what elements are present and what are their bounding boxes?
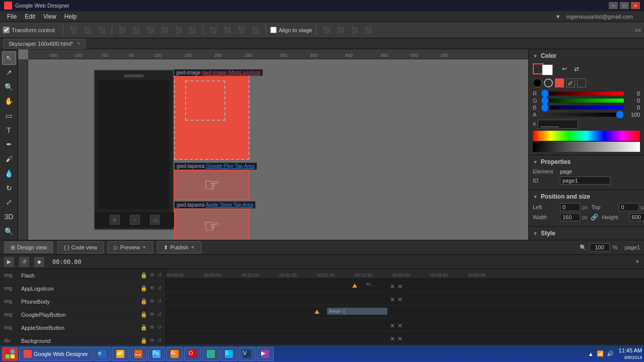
taskbar-ai[interactable]: Ai — [166, 347, 183, 361]
menu-help[interactable]: Help — [60, 12, 81, 21]
id-input[interactable] — [560, 176, 610, 185]
a-slider[interactable] — [541, 113, 624, 117]
timeline-expand[interactable]: ▼ — [635, 259, 640, 264]
taskbar-ff[interactable]: 🦊 — [130, 347, 147, 361]
width-input[interactable] — [560, 213, 580, 221]
start-button[interactable] — [2, 347, 18, 361]
taskbar-vbox[interactable]: V — [238, 347, 256, 361]
track-name-applestore[interactable]: AppleStoreButton — [21, 325, 137, 331]
publish-tab[interactable]: ⬆ Publish ▼ — [157, 241, 201, 253]
taskbar-clock[interactable]: 11:45 AM 8/8/2014 — [619, 347, 642, 361]
lock-icon-applogo[interactable]: 🔒 — [140, 285, 147, 292]
lock-icon-phonebody[interactable]: 🔒 — [140, 298, 147, 305]
tool-extra2[interactable]: ⬛ — [335, 24, 347, 36]
tool-align-bottom[interactable]: ⬛ — [144, 24, 156, 36]
lock-icon-applestore[interactable]: 🔒 — [140, 324, 147, 331]
text-tool[interactable]: T — [2, 123, 16, 137]
visibility-icon-applestore[interactable]: 👁 — [149, 324, 155, 331]
menu-file[interactable]: File — [3, 12, 21, 21]
lock-icon-flash[interactable]: 🔒 — [140, 272, 147, 279]
lock-aspect-icon[interactable]: 🔗 — [591, 214, 598, 221]
preview-dropdown[interactable]: ▼ — [142, 245, 146, 250]
pen-tool[interactable]: ✒ — [2, 138, 16, 151]
tool-pos3[interactable]: ⬛ — [235, 24, 248, 36]
hue-gradient[interactable] — [533, 131, 640, 141]
rect-tool[interactable]: ▭ — [2, 109, 16, 123]
tl-tracks-canvas[interactable]: In... ✕ ✕ ✕ ✕ linear ◁ — [166, 279, 644, 348]
publish-dropdown[interactable]: ▼ — [190, 245, 195, 250]
fill-swatch[interactable] — [542, 64, 553, 75]
tool-pos1[interactable]: ⬛ — [207, 24, 219, 36]
lock-icon-background[interactable]: 🔒 — [140, 337, 147, 344]
tray-volume[interactable]: 🔊 — [607, 350, 614, 357]
tool-align-left[interactable]: ⬛ — [67, 24, 79, 36]
visibility-icon-background[interactable]: 👁 — [149, 337, 155, 344]
eyedrop-tool[interactable]: 💧 — [2, 167, 16, 180]
reset-icon-applestore[interactable]: ↺ — [157, 324, 162, 331]
gwd-taparea1-element[interactable]: ☞ — [174, 170, 250, 200]
color-red-swatch[interactable] — [555, 78, 564, 87]
file-tab-close[interactable]: × — [77, 41, 80, 46]
color-more-tool[interactable] — [577, 78, 586, 87]
subselect-tool[interactable]: ↗ — [2, 66, 16, 79]
reset-icon-applogo[interactable]: ↺ — [157, 285, 162, 292]
zoom-tool[interactable]: 🔍 — [2, 80, 16, 94]
taskbar-explorer[interactable]: 📁 — [112, 347, 129, 361]
toolbar-more[interactable]: >> — [634, 27, 641, 33]
paint-tool[interactable]: 🖌 — [2, 152, 16, 166]
color-dropper-tool[interactable]: ✐ — [566, 78, 575, 87]
track-name-applogo[interactable]: AppLogoIcon — [21, 286, 137, 292]
transform-control-check[interactable]: Transform control — [3, 27, 55, 33]
taskbar-media[interactable]: ▶ — [257, 347, 274, 361]
close-button[interactable]: ✕ — [631, 2, 640, 9]
tool-extra4[interactable]: ⬛ — [363, 24, 375, 36]
b-slider[interactable] — [541, 106, 624, 110]
loop-button[interactable]: ↺ — [19, 257, 29, 267]
file-tab-item[interactable]: Skyscraper 160x600.html* × — [3, 39, 86, 49]
visibility-icon-phonebody[interactable]: 👁 — [149, 298, 155, 305]
taskbar-ie[interactable]: e — [94, 347, 111, 361]
rotate-tool[interactable]: ↻ — [2, 181, 16, 195]
tool-align-top[interactable]: ⬛ — [116, 24, 128, 36]
reset-icon-flash[interactable]: ↺ — [157, 272, 162, 279]
track-name-phonebody[interactable]: PhoneBody — [21, 299, 137, 305]
align-stage-checkbox[interactable] — [270, 27, 277, 33]
maximize-button[interactable]: □ — [620, 2, 629, 9]
reset-icon-background[interactable]: ↺ — [157, 337, 162, 344]
top-input[interactable] — [619, 203, 639, 211]
tool-pos4[interactable]: ⬛ — [250, 24, 262, 36]
taskbar-ps[interactable]: Ps — [148, 347, 165, 361]
track-name-background[interactable]: Background — [21, 338, 137, 344]
taparea1-id[interactable]: Google Play Tap Area — [206, 163, 255, 169]
taparea2-id[interactable]: Apple Store Tap Area — [206, 202, 253, 208]
menu-view[interactable]: View — [39, 12, 60, 21]
tool-dist-v[interactable]: ⬛ — [173, 24, 185, 36]
reset-icon-phonebody[interactable]: ↺ — [157, 298, 162, 305]
align-stage-check[interactable]: Align to stage — [270, 27, 312, 33]
preview-tab[interactable]: ▷ Preview ▼ — [108, 241, 153, 253]
reset-icon-googleplay[interactable]: ↺ — [157, 311, 162, 318]
color-black-swatch[interactable] — [533, 78, 542, 87]
tool-dist-h[interactable]: ⬛ — [158, 24, 171, 36]
style-header[interactable]: ▼ Style — [533, 230, 640, 237]
search-tool[interactable]: 🔍 — [2, 224, 16, 238]
gwd-image-id[interactable]: gwd-image #AppLogoIcon — [202, 70, 261, 75]
dark-gradient[interactable] — [533, 142, 640, 152]
pan-tool[interactable]: ✋ — [2, 95, 16, 108]
tray-arrow[interactable]: ▲ — [588, 351, 594, 357]
transform-control-checkbox[interactable] — [3, 27, 10, 33]
reset-color-tool[interactable]: ↩ — [559, 63, 570, 74]
gwd-image-element[interactable] — [174, 69, 250, 160]
taskbar-chrome[interactable]: 🌐 — [202, 347, 219, 361]
height-input[interactable] — [629, 213, 644, 221]
taskbar-skype[interactable]: S — [220, 347, 237, 361]
tool-align-center[interactable]: ⬛ — [82, 24, 94, 36]
tool-pos2[interactable]: ⬛ — [221, 24, 233, 36]
play-button[interactable]: ▶ — [4, 257, 14, 267]
color-section-header[interactable]: ▼ Color — [533, 52, 640, 59]
visibility-icon-flash[interactable]: 👁 — [149, 272, 155, 279]
tool-align-middle[interactable]: ⬛ — [130, 24, 142, 36]
left-input[interactable] — [560, 203, 580, 211]
canvas-content[interactable]: ≡ ○ ◁ gwd-image gwd-image #AppLogoIcon g… — [28, 59, 528, 240]
tool-align-right[interactable]: ⬛ — [96, 24, 108, 36]
